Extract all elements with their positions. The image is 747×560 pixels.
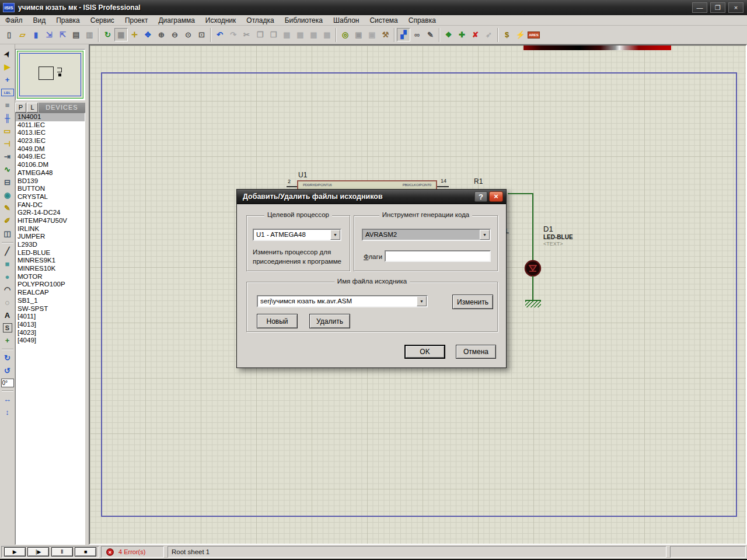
titlebar[interactable]: ISIS учимся юзать мк - ISIS Professional… bbox=[0, 0, 747, 15]
device-item[interactable]: 4013.IEC bbox=[16, 129, 85, 137]
dialog-close-button[interactable]: × bbox=[489, 191, 503, 202]
import-section-icon[interactable]: ⇲ bbox=[43, 28, 56, 41]
menu-item[interactable]: Шаблон bbox=[328, 16, 364, 25]
redraw-icon[interactable]: ↻ bbox=[101, 28, 114, 41]
menu-item[interactable]: Правка bbox=[51, 16, 85, 25]
device-item[interactable]: MOTOR bbox=[16, 273, 85, 281]
zoom-in-icon[interactable]: ⊕ bbox=[155, 28, 168, 41]
device-item[interactable]: CRYSTAL bbox=[16, 193, 85, 201]
print-icon[interactable]: ▤ bbox=[69, 28, 83, 41]
delete-block-icon[interactable]: ▩ bbox=[320, 28, 334, 41]
menu-item[interactable]: Исходник bbox=[200, 16, 241, 25]
decompose-icon[interactable]: ⚒ bbox=[379, 28, 392, 41]
library-manager-button[interactable]: L bbox=[27, 103, 38, 113]
rotation-angle-field[interactable]: 0° bbox=[1, 379, 14, 387]
device-item[interactable]: MINRES10K bbox=[16, 265, 85, 273]
device-item[interactable]: [4049] bbox=[16, 337, 85, 345]
device-item[interactable]: [4023] bbox=[16, 329, 85, 337]
new-sheet-icon[interactable]: ✚ bbox=[455, 28, 469, 41]
device-item[interactable]: IRLINK bbox=[16, 225, 85, 233]
zoom-out-icon[interactable]: ⊖ bbox=[168, 28, 181, 41]
electrical-rule-check-icon[interactable]: ⚡ bbox=[514, 28, 527, 41]
close-button[interactable]: × bbox=[728, 2, 743, 13]
device-item[interactable]: 1N4001 bbox=[16, 113, 85, 121]
wire-autorouter-icon[interactable]: ▞ bbox=[397, 28, 410, 41]
u1-reference[interactable]: U1 bbox=[298, 171, 307, 179]
chevron-down-icon[interactable]: ▼ bbox=[480, 230, 490, 240]
rotate-ccw-icon[interactable]: ↺ bbox=[1, 365, 14, 377]
export-section-icon[interactable]: ⇱ bbox=[56, 28, 69, 41]
stop-button[interactable]: ■ bbox=[75, 547, 96, 556]
d1-reference[interactable]: D1 bbox=[543, 225, 553, 233]
voltage-probe-mode-icon[interactable]: ✎ bbox=[1, 202, 14, 214]
2d-circle-icon[interactable]: ● bbox=[1, 271, 14, 283]
zoom-all-icon[interactable]: ⊙ bbox=[181, 28, 195, 41]
search-tag-icon[interactable]: ∞ bbox=[410, 28, 424, 41]
device-item[interactable]: ATMEGA48 bbox=[16, 169, 85, 177]
text-script-mode-icon[interactable]: ≡ bbox=[1, 99, 14, 111]
step-button[interactable]: |▶ bbox=[27, 547, 49, 556]
2d-path-icon[interactable]: ◌ bbox=[1, 296, 14, 309]
pick-devices-button[interactable]: P bbox=[15, 103, 26, 113]
wire-led-to-ground[interactable] bbox=[532, 276, 533, 301]
undo-icon[interactable]: ↶ bbox=[213, 28, 226, 41]
r1-reference[interactable]: R1 bbox=[474, 177, 483, 186]
subcircuit-mode-icon[interactable]: ▭ bbox=[1, 125, 14, 137]
cancel-button[interactable]: Отмена bbox=[456, 345, 496, 359]
make-device-icon[interactable]: ▣ bbox=[352, 28, 365, 41]
menu-item[interactable]: Система bbox=[364, 16, 403, 25]
play-button[interactable]: ▶ bbox=[4, 547, 26, 556]
origin-icon[interactable]: ✛ bbox=[128, 28, 141, 41]
device-item[interactable]: L293D bbox=[16, 241, 85, 249]
device-item[interactable]: SB1_1 bbox=[16, 297, 85, 305]
2d-text-icon[interactable]: A bbox=[1, 309, 14, 321]
device-item[interactable]: SW-SPST bbox=[16, 305, 85, 313]
copy-icon[interactable]: ❐ bbox=[253, 28, 267, 41]
mark-output-area-icon[interactable]: ▥ bbox=[83, 28, 96, 41]
device-item[interactable]: [4011] bbox=[16, 313, 85, 321]
menu-item[interactable]: Проект bbox=[120, 16, 153, 25]
remove-sheet-icon[interactable]: ✘ bbox=[469, 28, 482, 41]
current-probe-mode-icon[interactable]: ✐ bbox=[1, 215, 14, 227]
menu-item[interactable]: Диаграмма bbox=[153, 16, 200, 25]
save-icon[interactable]: ▮ bbox=[29, 28, 43, 41]
device-item[interactable]: 4011.IEC bbox=[16, 121, 85, 130]
device-pins-mode-icon[interactable]: ⇥ bbox=[1, 150, 14, 163]
junction-dot-mode-icon[interactable]: + bbox=[1, 74, 14, 86]
dialog-titlebar[interactable]: Добавить/Удалить файлы исходников ? × bbox=[237, 190, 506, 204]
menu-item[interactable]: Справка bbox=[403, 16, 441, 25]
device-item[interactable]: 4049.IEC bbox=[16, 153, 85, 161]
device-item[interactable]: JUMPER bbox=[16, 233, 85, 241]
source-file-combobox[interactable]: serj\учимся юзать мк.avr.ASM ▼ bbox=[257, 295, 428, 307]
packaging-tool-icon[interactable]: ▣ bbox=[365, 28, 379, 41]
d1-value[interactable]: LED-BLUE bbox=[543, 234, 573, 240]
device-item[interactable]: HITEMP47U50V bbox=[16, 217, 85, 225]
target-processor-combobox[interactable]: U1 - ATMEGA48 ▼ bbox=[253, 229, 341, 241]
rotate-block-icon[interactable]: ▩ bbox=[307, 28, 320, 41]
wire-vertical-top[interactable] bbox=[532, 193, 533, 260]
dialog-help-button[interactable]: ? bbox=[474, 191, 487, 202]
minimize-button[interactable]: — bbox=[692, 2, 707, 13]
device-item[interactable]: POLYPRO100P bbox=[16, 281, 85, 289]
device-item[interactable]: 4049.DM bbox=[16, 145, 85, 153]
wire-r1-to-led[interactable] bbox=[508, 193, 533, 194]
ground-symbol[interactable] bbox=[525, 300, 541, 307]
2d-box-icon[interactable]: ■ bbox=[1, 258, 14, 270]
wire-label-mode-icon[interactable]: LBL bbox=[1, 89, 14, 96]
netlist-to-ares-icon[interactable]: ARES bbox=[527, 28, 540, 41]
code-tool-combobox[interactable]: AVRASM2 ▼ bbox=[362, 229, 491, 241]
flags-input[interactable] bbox=[385, 250, 491, 262]
chevron-down-icon[interactable]: ▼ bbox=[417, 296, 427, 306]
pause-button[interactable]: Ⅱ bbox=[51, 547, 73, 556]
restore-button[interactable]: ❐ bbox=[710, 2, 725, 13]
device-item[interactable]: FAN-DC bbox=[16, 201, 85, 209]
pan-icon[interactable]: ✥ bbox=[141, 28, 155, 41]
menu-item[interactable]: Файл bbox=[0, 16, 28, 25]
zoom-area-icon[interactable]: ⊡ bbox=[195, 28, 208, 41]
terminals-mode-icon[interactable]: ⊣ bbox=[1, 138, 14, 150]
device-item[interactable]: LED-BLUE bbox=[16, 249, 85, 257]
copy-block-icon[interactable]: ▩ bbox=[280, 28, 294, 41]
redo-icon[interactable]: ↷ bbox=[226, 28, 240, 41]
delete-button[interactable]: Удалить bbox=[309, 314, 350, 328]
design-explorer-icon[interactable]: ❖ bbox=[442, 28, 455, 41]
